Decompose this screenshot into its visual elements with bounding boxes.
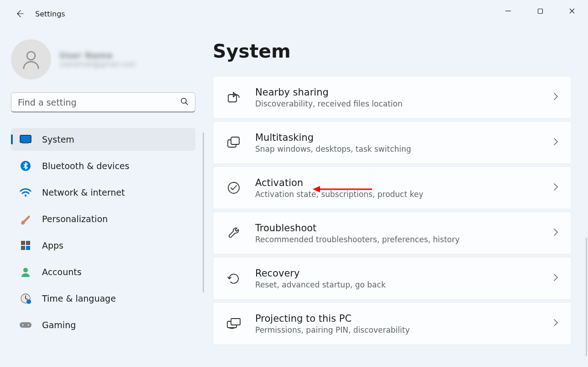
nav-label: Time & language [42, 293, 116, 303]
sidebar-item-bluetooth[interactable]: Bluetooth & devices [11, 154, 195, 177]
check-circle-icon [226, 180, 242, 196]
wrench-icon [226, 225, 242, 241]
arrow-left-icon [15, 9, 24, 18]
svg-rect-11 [26, 246, 30, 250]
svg-rect-0 [538, 9, 542, 13]
person-icon [19, 48, 43, 71]
svg-point-1 [27, 52, 35, 60]
recovery-icon [226, 271, 242, 286]
nav-label: Network & internet [42, 187, 125, 197]
svg-point-14 [26, 299, 31, 304]
card-title: Troubleshoot [255, 222, 546, 234]
apps-icon [19, 239, 32, 252]
svg-rect-24 [230, 328, 234, 329]
search-box[interactable] [11, 92, 195, 112]
card-subtitle: Reset, advanced startup, go back [255, 280, 546, 289]
maximize-icon [537, 8, 543, 14]
nav-label: Apps [42, 240, 63, 250]
sidebar-item-system[interactable]: System [11, 128, 195, 151]
minimize-button[interactable] [492, 0, 524, 22]
sidebar-item-time-language[interactable]: Time & language [11, 287, 195, 310]
nav-label: System [42, 134, 74, 144]
page-title: System [213, 40, 572, 62]
sidebar-item-network[interactable]: Network & internet [11, 181, 195, 204]
svg-rect-20 [231, 137, 239, 144]
system-icon [19, 133, 32, 146]
card-troubleshoot[interactable]: Troubleshoot Recommended troubleshooters… [213, 212, 572, 255]
card-projecting[interactable]: Projecting to this PC Permissions, pairi… [213, 302, 572, 345]
chevron-right-icon [553, 228, 558, 239]
card-nearby-sharing[interactable]: Nearby sharing Discoverability, received… [213, 76, 572, 119]
nav-label: Personalization [42, 214, 108, 224]
card-title: Multitasking [255, 132, 546, 144]
card-recovery[interactable]: Recovery Reset, advanced startup, go bac… [213, 257, 572, 300]
svg-point-12 [23, 268, 28, 272]
settings-list: Nearby sharing Discoverability, received… [213, 76, 572, 345]
clock-icon [19, 292, 32, 305]
sidebar-scrollbar[interactable] [203, 133, 204, 293]
sidebar: User Name useremail@gmail.com System [0, 27, 205, 367]
card-subtitle: Permissions, pairing PIN, discoverabilit… [255, 325, 546, 335]
chevron-right-icon [553, 137, 558, 148]
user-name: User Name [59, 50, 136, 60]
sidebar-item-apps[interactable]: Apps [11, 234, 195, 257]
svg-rect-3 [20, 135, 31, 143]
gaming-icon [19, 319, 32, 331]
close-button[interactable] [556, 0, 588, 22]
svg-rect-10 [21, 246, 25, 250]
nav-label: Gaming [42, 320, 76, 330]
sidebar-item-gaming[interactable]: Gaming [11, 314, 195, 336]
multitask-icon [226, 135, 242, 150]
back-button[interactable] [10, 5, 29, 23]
titlebar: Settings [0, 0, 588, 27]
maximize-button[interactable] [524, 0, 556, 22]
main-scrollbar[interactable] [586, 238, 587, 356]
card-multitasking[interactable]: Multitasking Snap windows, desktops, tas… [213, 121, 572, 164]
svg-rect-8 [21, 241, 25, 245]
chevron-right-icon [553, 92, 558, 103]
card-subtitle: Discoverability, received files location [255, 99, 546, 108]
card-title: Activation [255, 177, 546, 189]
card-title: Nearby sharing [255, 86, 546, 98]
sidebar-item-personalization[interactable]: Personalization [11, 207, 195, 230]
chevron-right-icon [553, 273, 558, 284]
bluetooth-icon [19, 160, 32, 172]
card-subtitle: Snap windows, desktops, task switching [255, 144, 546, 154]
svg-point-2 [181, 98, 186, 103]
avatar [11, 39, 51, 80]
share-icon [226, 90, 242, 105]
svg-rect-5 [22, 143, 29, 144]
chevron-right-icon [553, 318, 558, 329]
card-title: Projecting to this PC [255, 313, 546, 324]
svg-rect-15 [20, 322, 31, 328]
user-card[interactable]: User Name useremail@gmail.com [11, 39, 195, 80]
search-icon [180, 97, 189, 107]
project-icon [226, 316, 242, 331]
sidebar-item-accounts[interactable]: Accounts [11, 261, 195, 283]
minimize-icon [505, 8, 511, 14]
svg-rect-23 [231, 319, 240, 325]
chevron-right-icon [553, 182, 558, 193]
card-subtitle: Recommended troubleshooters, preferences… [255, 235, 546, 244]
card-activation[interactable]: Activation Activation state, subscriptio… [213, 166, 572, 209]
svg-rect-9 [26, 241, 30, 245]
user-email: useremail@gmail.com [59, 60, 136, 69]
brush-icon [19, 213, 32, 225]
nav-list: System Bluetooth & devices Network & int… [11, 128, 195, 336]
card-title: Recovery [255, 267, 546, 279]
svg-point-7 [25, 195, 26, 197]
svg-point-16 [22, 324, 24, 326]
app-title: Settings [35, 10, 65, 18]
close-icon [569, 8, 575, 14]
svg-point-17 [28, 324, 29, 326]
window-controls [492, 0, 588, 22]
svg-point-21 [228, 182, 239, 193]
nav-label: Accounts [42, 267, 82, 277]
nav-label: Bluetooth & devices [42, 161, 129, 171]
account-icon [19, 266, 32, 278]
card-subtitle: Activation state, subscriptions, product… [255, 190, 546, 199]
main-panel: System Nearby sharing Discoverability, r… [205, 27, 588, 367]
wifi-icon [19, 186, 32, 199]
search-input[interactable] [18, 97, 177, 107]
